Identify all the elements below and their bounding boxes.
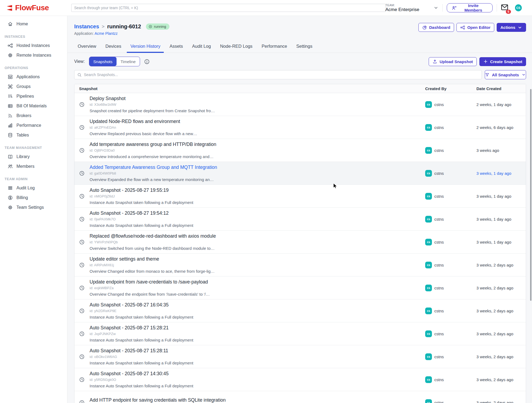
snapshot-row[interactable]: Auto Snapshot - 2025-08-27 14:30:45id: y… (74, 368, 526, 391)
sidebar-item-label: Hosted Instances (16, 43, 50, 48)
snapshot-title[interactable]: Update endpoint from /save-credentials t… (90, 279, 210, 285)
snapshot-row[interactable]: Update editor settings and themeid: AlRP… (74, 254, 526, 276)
snapshot-text: Add temperature awareness group and HTTP… (90, 142, 216, 159)
snapshot-row[interactable]: Updated Node-RED flows and environmentid… (74, 116, 526, 139)
sidebar-section-label: TEAM MANAGEMENT (5, 146, 67, 150)
dashboard-button[interactable]: Dashboard (418, 23, 454, 32)
snapshot-id: id: oBOkv1W6AG (90, 355, 193, 359)
version-history-content: View: SnapshotsTimeline Upload Snapshot … (67, 53, 532, 403)
performance-icon (8, 123, 13, 128)
library-icon (8, 154, 13, 159)
view-toggle-snapshots[interactable]: Snapshots (89, 57, 117, 66)
sidebar-item-bill-of-materials[interactable]: Bill Of Materials (0, 101, 67, 111)
open-editor-button[interactable]: Open Editor (456, 23, 494, 32)
actions-button[interactable]: Actions (497, 23, 526, 32)
application-label: Application: (74, 31, 94, 36)
user-avatar[interactable]: CS (515, 4, 522, 11)
snapshot-row[interactable]: Update endpoint from /save-credentials t… (74, 276, 526, 299)
sidebar-item-team-settings[interactable]: Team Settings (0, 203, 67, 212)
snapshot-filter-button[interactable]: All Snapshots (485, 70, 526, 79)
breadcrumb-instances-link[interactable]: Instances (74, 23, 99, 30)
sidebar-item-label: Team Settings (16, 205, 44, 210)
snapshot-row[interactable]: Added Temperature Awareness Group and MQ… (74, 162, 526, 185)
date-created: 2 weeks, 6 days ago (476, 125, 513, 130)
tab-node-red-logs[interactable]: Node-RED Logs (217, 44, 256, 53)
tab-overview[interactable]: Overview (74, 44, 100, 53)
create-snapshot-button[interactable]: Create Snapshot (479, 57, 526, 66)
sidebar-item-members[interactable]: Members (0, 162, 67, 171)
clock-icon (79, 170, 85, 176)
notifications-button[interactable]: 5 (501, 4, 508, 12)
snapshot-row[interactable]: Add HTTP endpoint for saving credentials… (74, 391, 526, 403)
snapshot-row[interactable]: Deploy Snapshotid: X3o6Bw1k9WSnapshot cr… (74, 93, 526, 116)
tab-version-history[interactable]: Version History (127, 44, 164, 53)
scrollbar-thumb[interactable] (530, 89, 531, 301)
sidebar-item-tables[interactable]: Tables (0, 130, 67, 140)
team-search-input[interactable] (71, 4, 386, 12)
date-created-cell: 3 weeks, 2 days ago (476, 345, 526, 368)
tab-devices[interactable]: Devices (102, 44, 125, 53)
info-icon[interactable] (144, 59, 150, 64)
tab-performance[interactable]: Performance (258, 44, 291, 53)
sidebar-item-label: Bill Of Materials (16, 104, 47, 108)
snapshot-title[interactable]: Add HTTP endpoint for saving credentials… (90, 397, 226, 403)
snapshot-row[interactable]: Auto Snapshot - 2025-08-27 15:28:21id: J… (74, 322, 526, 345)
sidebar-item-label: Groups (16, 84, 30, 89)
snapshot-title[interactable]: Updated Node-RED flows and environment (90, 119, 197, 124)
pie-chart-icon (422, 25, 427, 30)
team-switcher[interactable]: TEAM: Acme Enterprise (386, 4, 438, 12)
sidebar-item-library[interactable]: Library (0, 152, 67, 162)
remote-instances-icon (8, 53, 13, 58)
sidebar-item-home[interactable]: Home (0, 19, 67, 29)
created-by-cell: cscstns (425, 116, 476, 139)
snapshot-search-input[interactable] (84, 73, 479, 77)
date-created: 3 weeks, 2 days ago (476, 400, 513, 403)
sidebar-item-brokers[interactable]: Brokers (0, 111, 67, 121)
snapshot-id: id: yN2DReKP9E (90, 309, 193, 313)
clock-icon (79, 400, 85, 403)
sidebar-item-performance[interactable]: Performance (0, 121, 67, 130)
snapshot-title[interactable]: Auto Snapshot - 2025-08-27 14:30:45 (90, 371, 193, 377)
sidebar-item-audit-log[interactable]: Audit Log (0, 183, 67, 193)
upload-snapshot-button[interactable]: Upload Snapshot (429, 57, 476, 66)
snapshot-title[interactable]: Auto Snapshot - 2025-08-27 15:28:21 (90, 325, 193, 331)
sidebar-item-hosted-instances[interactable]: Hosted Instances (0, 41, 67, 50)
snapshot-row[interactable]: Auto Snapshot - 2025-08-27 19:55:19id: n… (74, 185, 526, 208)
snapshot-row[interactable]: Auto Snapshot - 2025-08-27 15:28:11id: o… (74, 345, 526, 368)
flowfuse-logo[interactable]: FlowFuse (5, 4, 71, 12)
snapshot-title[interactable]: Replaced @flowfuse/node-red-dashboard wi… (90, 233, 216, 239)
clock-icon (79, 262, 85, 268)
snapshot-id: id: aKZPYvEDAn (90, 125, 197, 129)
sidebar-item-groups[interactable]: Groups (0, 82, 67, 91)
sidebar-item-applications[interactable]: Applications (0, 72, 67, 82)
actions-label: Actions (500, 25, 515, 30)
tab-assets[interactable]: Assets (166, 44, 186, 53)
invite-members-button[interactable]: Invite Members (447, 3, 493, 12)
date-created: 3 weeks, 1 day ago (476, 194, 511, 199)
snapshot-row[interactable]: Add temperature awareness group and HTTP… (74, 139, 526, 162)
creator-avatar: cs (425, 170, 432, 177)
created-by-cell: cscstns (425, 254, 476, 276)
view-toggle-timeline[interactable]: Timeline (117, 57, 140, 66)
snapshot-title[interactable]: Added Temperature Awareness Group and MQ… (90, 165, 217, 170)
created-by-cell: cscstns (425, 391, 476, 403)
snapshot-title[interactable]: Update editor settings and theme (90, 256, 215, 262)
sidebar-item-remote-instances[interactable]: Remote Instances (0, 50, 67, 60)
snapshot-row[interactable]: Auto Snapshot - 2025-08-27 16:04:35id: y… (74, 299, 526, 322)
tab-audit-log[interactable]: Audit Log (189, 44, 214, 53)
snapshot-title[interactable]: Auto Snapshot - 2025-08-27 19:54:12 (90, 210, 193, 216)
snapshot-title[interactable]: Auto Snapshot - 2025-08-27 16:04:35 (90, 302, 193, 308)
tab-settings[interactable]: Settings (293, 44, 316, 53)
snapshot-row[interactable]: Replaced @flowfuse/node-red-dashboard wi… (74, 231, 526, 254)
snapshot-row[interactable]: Auto Snapshot - 2025-08-27 19:54:12id: 0… (74, 208, 526, 231)
sidebar-item-billing[interactable]: Billing (0, 193, 67, 203)
snapshot-title[interactable]: Auto Snapshot - 2025-08-27 15:28:11 (90, 348, 193, 354)
snapshot-description: Instance Auto Snapshot taken following a… (90, 223, 193, 228)
sidebar-item-pipelines[interactable]: Pipelines (0, 91, 67, 101)
application-link[interactable]: Acme Plantzz (95, 31, 118, 36)
column-header-created-by: Created By (425, 86, 476, 91)
snapshot-title[interactable]: Deploy Snapshot (90, 96, 215, 101)
snapshot-title[interactable]: Add temperature awareness group and HTTP… (90, 142, 216, 147)
clock-icon (79, 354, 85, 360)
snapshot-title[interactable]: Auto Snapshot - 2025-08-27 19:55:19 (90, 187, 193, 193)
